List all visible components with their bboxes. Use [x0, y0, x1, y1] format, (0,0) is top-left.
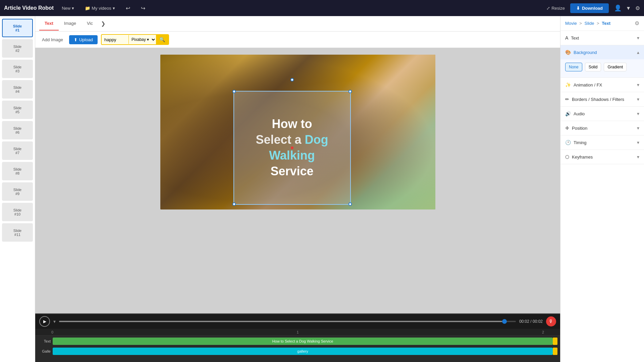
section-background: 🎨 Background ▴ None Solid Gradient: [560, 45, 644, 78]
resize-handle-br[interactable]: [348, 202, 352, 206]
upload-button[interactable]: ⬆ Upload: [69, 35, 98, 44]
timing-section-icon: 🕐: [565, 140, 571, 145]
section-background-label: Background: [574, 50, 597, 55]
section-borders-label: Borders / Shadows / Filters: [572, 97, 624, 102]
section-text-title: A Text: [565, 35, 579, 41]
track-bar-text[interactable]: How to Select a Dog Walking Service: [53, 338, 553, 345]
play-button[interactable]: ▶: [39, 316, 50, 327]
background-section-icon: 🎨: [565, 50, 571, 55]
search-input[interactable]: [102, 36, 128, 44]
slide-thumb-11[interactable]: Slide#11: [2, 223, 33, 242]
global-settings-button[interactable]: ⚙: [635, 5, 640, 11]
track-bar-wrapper-gallery: gallery: [53, 348, 557, 355]
section-audio-header[interactable]: 🔊 Audio ▾: [560, 107, 644, 121]
slide-thumb-4[interactable]: Slide#4: [2, 80, 33, 99]
slide-thumb-8[interactable]: Slide#8: [2, 162, 33, 180]
track-bar-gallery[interactable]: gallery: [53, 348, 553, 355]
track-label-gallery: Galle: [38, 349, 51, 353]
breadcrumb-movie[interactable]: Movie: [565, 21, 577, 26]
new-dropdown-icon: ▾: [72, 6, 74, 11]
slide-thumb-5[interactable]: Slide#5: [2, 101, 33, 119]
canvas-area[interactable]: How to Select a Dog Walking Service: [35, 48, 560, 313]
section-text: A Text ▾: [560, 31, 644, 45]
breadcrumb-sep2: >: [597, 21, 600, 26]
color-option-solid[interactable]: Solid: [585, 63, 601, 71]
timeline-scrubber[interactable]: [59, 321, 516, 322]
undo-button[interactable]: ↩: [123, 4, 133, 13]
section-background-header[interactable]: 🎨 Background ▴: [560, 45, 644, 59]
breadcrumb-slide[interactable]: Slide: [585, 21, 594, 26]
account-dropdown-button[interactable]: ▾: [627, 4, 630, 12]
add-image-button[interactable]: Add Image: [39, 36, 66, 44]
color-option-gradient[interactable]: Gradient: [604, 63, 627, 71]
resize-button[interactable]: ⤢ Resize: [546, 6, 565, 11]
section-timing-header[interactable]: 🕐 Timing ▾: [560, 135, 644, 149]
track-row-text: Text How to Select a Dog Walking Service: [38, 337, 557, 346]
section-position-chevron: ▾: [637, 125, 639, 131]
tab-vic[interactable]: Vic: [82, 17, 98, 31]
breadcrumb-current: Text: [602, 21, 610, 26]
rotate-handle[interactable]: [290, 78, 294, 81]
resize-handle-tl[interactable]: [232, 90, 236, 93]
right-panel-header: Movie > Slide > Text ⚙: [560, 16, 644, 31]
search-source-select[interactable]: Pixabay ▾ Unsplash Pexels: [128, 35, 156, 44]
track-bar-wrapper-text: How to Select a Dog Walking Service: [53, 338, 557, 345]
avatar-button[interactable]: 👤: [614, 4, 622, 12]
mic-icon: 🎙: [549, 319, 553, 324]
section-animation: ✨ Animation / FX ▾: [560, 78, 644, 92]
track-label-text: Text: [38, 339, 51, 343]
text-overlay[interactable]: How to Select a Dog Walking Service: [233, 91, 351, 205]
content-tabs: Text Image Vic ❯: [35, 16, 560, 32]
slide-thumb-10[interactable]: Slide#10: [2, 203, 33, 221]
section-borders-title: ✏ Borders / Shadows / Filters: [565, 97, 624, 102]
section-keyframes-header[interactable]: ⬡ Keyframes ▾: [560, 150, 644, 164]
section-audio-title: 🔊 Audio: [565, 111, 585, 116]
section-borders: ✏ Borders / Shadows / Filters ▾: [560, 92, 644, 107]
panel-settings-button[interactable]: ⚙: [635, 20, 639, 26]
slide-thumb-3[interactable]: Slide#3: [2, 60, 33, 78]
slide-thumb-1[interactable]: Slide#1: [2, 19, 33, 37]
tab-image[interactable]: Image: [59, 17, 82, 31]
download-button[interactable]: ⬇ Download: [570, 3, 609, 13]
section-background-chevron: ▴: [637, 50, 639, 55]
time-current: 00:02: [519, 319, 529, 324]
my-videos-button[interactable]: 📁 My videos ▾: [82, 4, 118, 12]
download-label: Download: [582, 6, 603, 11]
slide-thumb-9[interactable]: Slide#9: [2, 182, 33, 201]
section-keyframes: ⬡ Keyframes ▾: [560, 150, 644, 164]
slide-thumb-2[interactable]: Slide#2: [2, 39, 33, 58]
section-timing-chevron: ▾: [637, 140, 639, 145]
tab-more-button[interactable]: ❯: [98, 16, 108, 31]
download-icon: ⬇: [576, 6, 580, 11]
tab-text[interactable]: Text: [39, 17, 59, 31]
canvas-line2-highlight: Dog: [305, 133, 328, 146]
resize-handle-bl[interactable]: [232, 202, 236, 206]
track-end-marker-gallery[interactable]: [553, 348, 557, 355]
slide-thumb-7[interactable]: Slide#7: [2, 141, 33, 160]
section-text-header[interactable]: A Text ▾: [560, 31, 644, 45]
section-position-title: ✛ Position: [565, 125, 587, 131]
right-panel: Movie > Slide > Text ⚙ A Text ▾ �: [560, 16, 644, 362]
resize-handle-tr[interactable]: [348, 90, 352, 93]
borders-section-icon: ✏: [565, 97, 569, 102]
search-button[interactable]: 🔍: [156, 35, 168, 44]
section-borders-header[interactable]: ✏ Borders / Shadows / Filters ▾: [560, 92, 644, 106]
color-option-none[interactable]: None: [565, 63, 582, 71]
canvas-line3: Walking: [256, 148, 328, 164]
search-icon: 🔍: [159, 37, 165, 42]
section-position-header[interactable]: ✛ Position ▾: [560, 121, 644, 135]
new-button[interactable]: New ▾: [59, 4, 77, 12]
ruler-mark-1: 1: [297, 330, 299, 334]
redo-button[interactable]: ↪: [138, 4, 148, 13]
center-handle[interactable]: [291, 146, 293, 149]
mic-button[interactable]: 🎙: [546, 316, 556, 326]
timeline-options-button[interactable]: ▾: [53, 319, 56, 324]
section-position-label: Position: [572, 126, 587, 131]
section-text-label: Text: [571, 36, 579, 41]
timeline-ruler: 0 1 2: [35, 329, 560, 336]
section-timing-title: 🕐 Timing: [565, 140, 587, 145]
section-animation-header[interactable]: ✨ Animation / FX ▾: [560, 78, 644, 92]
timeline-thumb[interactable]: [502, 319, 507, 324]
track-end-marker-text[interactable]: [553, 338, 557, 345]
slide-thumb-6[interactable]: Slide#6: [2, 121, 33, 139]
